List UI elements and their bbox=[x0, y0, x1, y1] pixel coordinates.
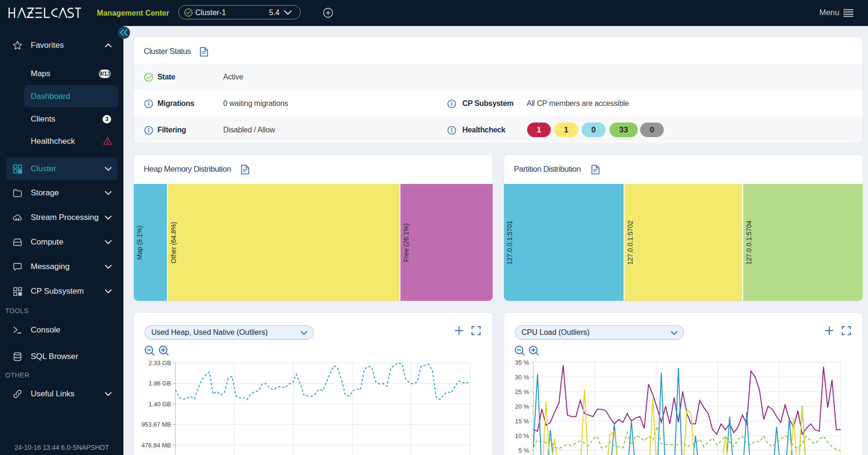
svg-text:1.86 GB: 1.86 GB bbox=[148, 380, 171, 387]
svg-text:10 %: 10 % bbox=[515, 432, 529, 439]
svg-text:25 %: 25 % bbox=[515, 388, 529, 395]
svg-text:35 %: 35 % bbox=[515, 359, 529, 366]
svg-text:15 %: 15 % bbox=[515, 418, 529, 425]
svg-text:20 %: 20 % bbox=[515, 403, 529, 410]
svg-text:2.33 GB: 2.33 GB bbox=[148, 359, 171, 367]
svg-text:1.40 GB: 1.40 GB bbox=[148, 401, 171, 408]
svg-text:476.84 MB: 476.84 MB bbox=[141, 442, 171, 449]
svg-text:953.67 MB: 953.67 MB bbox=[141, 421, 171, 428]
svg-text:30 %: 30 % bbox=[515, 374, 529, 381]
svg-text:5 %: 5 % bbox=[519, 447, 529, 454]
